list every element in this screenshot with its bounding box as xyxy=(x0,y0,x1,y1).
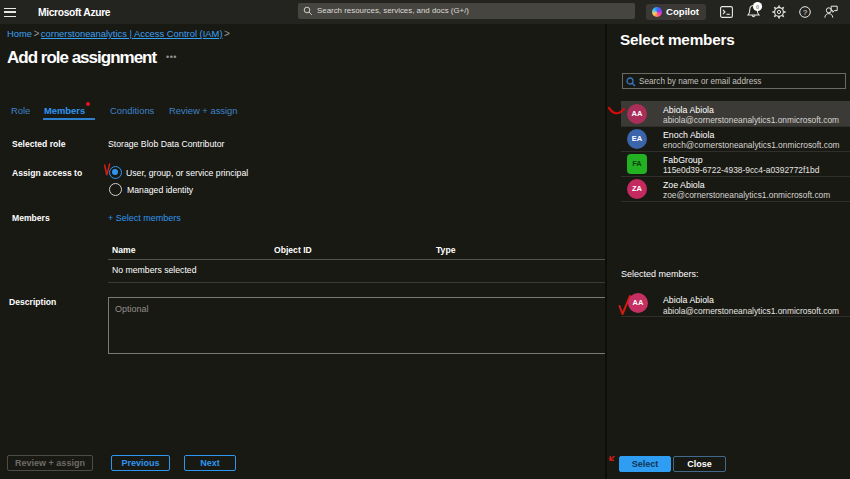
svg-text:?: ? xyxy=(803,8,807,17)
svg-text:0: 0 xyxy=(756,4,759,10)
